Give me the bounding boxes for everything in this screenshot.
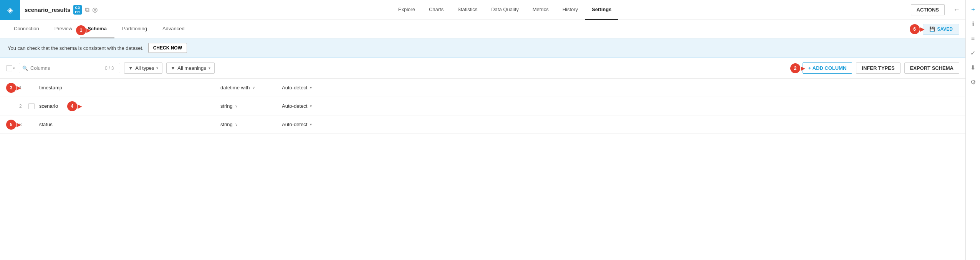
app-logo-icon: ◈: [7, 5, 13, 15]
actions-button[interactable]: ACTIONS: [911, 4, 945, 15]
select-all-area: ▾: [6, 65, 15, 71]
gdpr-badge: GDPR: [73, 5, 82, 15]
columns-count: 0 / 3: [102, 66, 117, 71]
select-all-dropdown-icon[interactable]: ▾: [13, 66, 15, 70]
schema-toolbar: ▾ 🔍 0 / 3 ▼ All types ▾ ▼ All meanings ▾…: [0, 58, 965, 79]
check-now-button[interactable]: CHECK NOW: [148, 43, 187, 53]
annotation-4: 4: [67, 101, 77, 111]
export-schema-button[interactable]: EXPORT SCHEMA: [904, 63, 959, 74]
search-icon: 🔍: [22, 66, 28, 71]
sidebar-settings-icon[interactable]: ⚙: [967, 76, 979, 88]
columns-search-input[interactable]: [30, 65, 99, 71]
nav-tab-settings[interactable]: Settings: [585, 0, 618, 20]
sidebar-plus-icon[interactable]: ＋: [967, 3, 979, 15]
annotation-3: 3: [6, 83, 16, 93]
meaning-filter-button[interactable]: ▼ All meanings ▾: [166, 63, 214, 74]
meaning-filter-label: All meanings: [177, 65, 206, 71]
top-nav: ◈ scenario_results GDPR ⧉ ◎ Explore Char…: [0, 0, 965, 20]
right-sidebar: ＋ ℹ ≡ ✓ ⬇ ⚙: [965, 0, 980, 134]
schema-table: 3 1 timestamp datetime with ∨ Auto-detec…: [0, 79, 965, 134]
select-all-checkbox[interactable]: [6, 65, 12, 71]
row-checkbox[interactable]: [28, 103, 35, 109]
nav-tab-explore[interactable]: Explore: [391, 0, 422, 20]
type-dropdown-icon[interactable]: ∨: [235, 104, 238, 108]
info-text: You can check that the schema is consist…: [8, 45, 144, 51]
meaning-dropdown-icon[interactable]: ▾: [310, 122, 312, 127]
annotation-2: 2: [790, 63, 800, 73]
dataset-title: scenario_results: [25, 7, 70, 13]
column-type: string ∨: [220, 122, 282, 127]
sub-tab-partitioning[interactable]: Partitioning: [114, 20, 155, 38]
row-number: 2: [19, 104, 28, 109]
top-nav-tabs: Explore Charts Statistics Data Quality M…: [102, 0, 908, 20]
filter-icon-1: ▼: [128, 66, 133, 71]
column-meaning: Auto-detect ▾: [282, 85, 336, 91]
filter-icon-2: ▼: [171, 66, 175, 71]
column-name: timestamp: [36, 85, 220, 91]
sub-tab-preview[interactable]: Preview: [47, 20, 80, 38]
dataset-name: scenario_results GDPR ⧉ ◎: [20, 5, 102, 15]
column-name: status: [36, 122, 220, 127]
column-name: scenario 4: [36, 101, 220, 111]
save-icon: 💾: [929, 26, 935, 32]
meaning-dropdown-icon[interactable]: ▾: [310, 104, 312, 108]
nav-tab-data-quality[interactable]: Data Quality: [484, 0, 526, 20]
column-meaning: Auto-detect ▾: [282, 103, 336, 109]
table-row: 5 3 status string ∨ Auto-detect ▾: [0, 115, 965, 134]
column-meaning: Auto-detect ▾: [282, 122, 336, 127]
back-button[interactable]: ←: [948, 6, 965, 14]
nav-tab-statistics[interactable]: Statistics: [450, 0, 484, 20]
column-type: datetime with ∨: [220, 85, 282, 91]
column-type: string ∨: [220, 103, 282, 109]
meaning-dropdown-icon[interactable]: ▾: [310, 86, 312, 90]
add-column-button[interactable]: + ADD COLUMN: [803, 63, 853, 74]
nav-right: ACTIONS ←: [908, 1, 966, 18]
infer-types-button[interactable]: INFER TYPES: [856, 63, 900, 74]
columns-search-box: 🔍 0 / 3: [19, 63, 120, 73]
table-row: 3 1 timestamp datetime with ∨ Auto-detec…: [0, 79, 965, 97]
table-row: 2 scenario 4 string ∨ Auto-detect ▾: [0, 97, 965, 115]
annotation-1: 1: [76, 25, 86, 35]
type-dropdown-icon[interactable]: ∨: [252, 86, 255, 90]
annotation-6: 6: [910, 24, 920, 34]
type-filter-label: All types: [135, 65, 154, 71]
logo[interactable]: ◈: [0, 0, 20, 20]
copy-icon[interactable]: ⧉: [85, 7, 89, 13]
sidebar-list-icon[interactable]: ≡: [967, 32, 979, 44]
nav-tab-history[interactable]: History: [556, 0, 585, 20]
sub-tab-advanced[interactable]: Advanced: [155, 20, 192, 38]
info-banner: You can check that the schema is consist…: [0, 38, 965, 58]
meaning-filter-arrow: ▾: [209, 66, 210, 70]
nav-tab-charts[interactable]: Charts: [422, 0, 450, 20]
type-filter-arrow: ▾: [156, 66, 158, 70]
type-filter-button[interactable]: ▼ All types ▾: [124, 63, 162, 74]
sidebar-info-icon[interactable]: ℹ: [967, 18, 979, 30]
nav-tab-metrics[interactable]: Metrics: [526, 0, 556, 20]
type-dropdown-icon[interactable]: ∨: [235, 122, 238, 127]
sub-tabs: Connection Preview Schema Partitioning A…: [0, 20, 965, 38]
sidebar-check-icon[interactable]: ✓: [967, 47, 979, 59]
sub-tab-connection[interactable]: Connection: [6, 20, 47, 38]
saved-button[interactable]: 💾 SAVED: [923, 24, 959, 35]
sidebar-download-icon[interactable]: ⬇: [967, 61, 979, 74]
target-icon[interactable]: ◎: [92, 6, 98, 13]
annotation-5: 5: [6, 120, 16, 130]
